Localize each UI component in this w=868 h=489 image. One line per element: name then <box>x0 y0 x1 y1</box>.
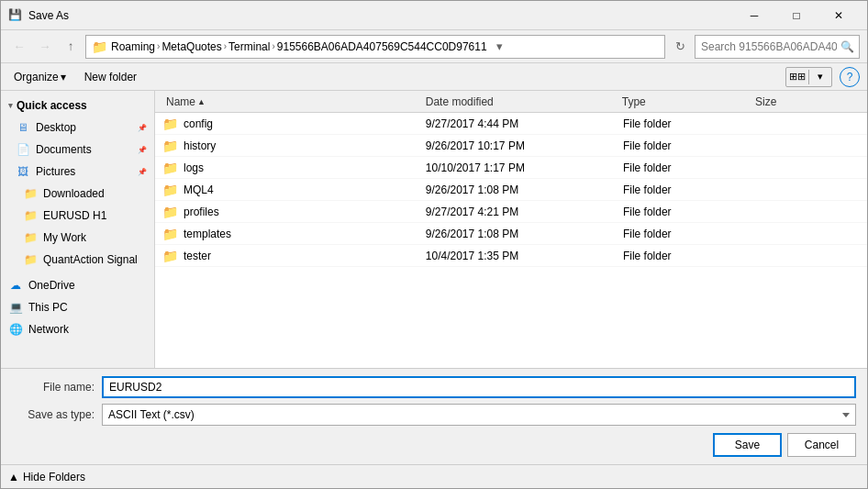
filename-input[interactable] <box>102 376 856 398</box>
sidebar-label-desktop: Desktop <box>36 121 76 134</box>
file-name-label: history <box>184 139 216 152</box>
cancel-button[interactable]: Cancel <box>787 433 856 457</box>
crumb-2[interactable]: MetaQuotes <box>161 40 221 53</box>
main-content: ▾ Quick access 🖥 Desktop 📌 📄 Documents 📌… <box>1 91 867 368</box>
file-date-cell: 9/27/2017 4:44 PM <box>426 117 623 130</box>
table-row[interactable]: 📁 templates 9/26/2017 1:08 PM File folde… <box>155 223 867 245</box>
organize-chevron-icon: ▾ <box>61 71 66 83</box>
folder-icon: 📁 <box>162 183 178 197</box>
sidebar-label-thispc: This PC <box>28 301 68 314</box>
table-row[interactable]: 📁 profiles 9/27/2017 4:21 PM File folder <box>155 201 867 223</box>
file-list-header: Name ▲ Date modified Type Size <box>155 91 867 113</box>
filetype-select[interactable]: ASCII Text (*.csv) <box>102 404 856 426</box>
table-row[interactable]: 📁 tester 10/4/2017 1:35 PM File folder <box>155 245 867 267</box>
hide-folders-label: Hide Folders <box>23 471 85 483</box>
documents-icon: 📄 <box>16 142 30 157</box>
minimize-button[interactable]: ─ <box>733 1 775 30</box>
back-button[interactable]: ← <box>8 36 30 58</box>
header-name[interactable]: Name ▲ <box>162 95 422 108</box>
filename-label: File name: <box>12 381 95 394</box>
quick-access-header[interactable]: ▾ Quick access <box>1 94 154 117</box>
file-name-label: templates <box>184 228 231 240</box>
new-folder-button[interactable]: New folder <box>79 67 142 87</box>
sidebar-label-mywork: My Work <box>43 231 86 244</box>
file-date-cell: 10/10/2017 1:17 PM <box>426 161 623 174</box>
file-type-cell: File folder <box>623 228 754 240</box>
sidebar-item-desktop[interactable]: 🖥 Desktop 📌 <box>1 117 154 139</box>
sort-arrow-icon: ▲ <box>197 97 206 106</box>
sidebar-item-downloaded[interactable]: 📁 Downloaded <box>1 183 154 205</box>
filename-row: File name: <box>12 376 856 398</box>
sep-3: › <box>272 41 274 51</box>
bottom-buttons: Save Cancel <box>12 433 856 457</box>
file-type-cell: File folder <box>623 206 754 218</box>
crumb-1[interactable]: Roaming <box>111 40 155 53</box>
file-name-cell: 📁 logs <box>162 161 426 175</box>
sidebar-item-documents[interactable]: 📄 Documents 📌 <box>1 139 154 161</box>
file-name-label: logs <box>184 161 204 174</box>
folder-icon: 📁 <box>162 227 178 241</box>
table-row[interactable]: 📁 config 9/27/2017 4:44 PM File folder <box>155 113 867 135</box>
view-dropdown-button[interactable]: ▾ <box>809 67 831 87</box>
save-as-dialog: 💾 Save As ─ □ ✕ ← → ↑ 📁 Roaming › MetaQu… <box>0 0 868 489</box>
hide-folders-bar: ▲ Hide Folders <box>1 464 867 488</box>
pin-icon-desktop: 📌 <box>138 124 147 132</box>
search-input[interactable] <box>695 35 860 59</box>
file-name-cell: 📁 profiles <box>162 205 426 219</box>
file-area: Name ▲ Date modified Type Size 📁 config <box>155 91 867 368</box>
crumb-3[interactable]: Terminal <box>228 40 270 53</box>
close-button[interactable]: ✕ <box>818 1 860 30</box>
sidebar-item-pictures[interactable]: 🖼 Pictures 📌 <box>1 161 154 183</box>
header-size[interactable]: Size <box>751 95 860 108</box>
eurusd-icon: 📁 <box>23 208 38 223</box>
sidebar-label-quantaction: QuantAction Signal <box>43 253 138 266</box>
organize-button[interactable]: Organize ▾ <box>8 67 72 87</box>
file-type-cell: File folder <box>623 139 754 152</box>
sidebar-label-downloaded: Downloaded <box>43 187 105 200</box>
table-row[interactable]: 📁 logs 10/10/2017 1:17 PM File folder <box>155 157 867 179</box>
sidebar-item-quantaction[interactable]: 📁 QuantAction Signal <box>1 249 154 271</box>
address-dropdown-button[interactable]: ▾ <box>491 36 509 58</box>
maximize-button[interactable]: □ <box>775 1 818 30</box>
file-name-cell: 📁 templates <box>162 227 426 241</box>
bottom-panel: File name: Save as type: ASCII Text (*.c… <box>1 368 867 464</box>
folder-icon: 📁 <box>162 205 178 219</box>
file-type-cell: File folder <box>623 183 754 196</box>
view-grid-button[interactable]: ⊞⊞ <box>786 67 808 87</box>
file-date-cell: 10/4/2017 1:35 PM <box>426 250 623 262</box>
hide-folders-button[interactable]: ▲ Hide Folders <box>8 471 85 483</box>
header-type[interactable]: Type <box>618 95 751 108</box>
refresh-button[interactable]: ↻ <box>669 35 691 59</box>
folder-icon: 📁 <box>92 39 107 54</box>
sidebar-item-network[interactable]: 🌐 Network <box>1 318 154 340</box>
file-name-label: profiles <box>184 206 219 218</box>
sep-1: › <box>157 41 160 51</box>
help-button[interactable]: ? <box>840 67 860 87</box>
save-button[interactable]: Save <box>713 433 782 457</box>
table-row[interactable]: 📁 MQL4 9/26/2017 1:08 PM File folder <box>155 179 867 201</box>
folder-icon: 📁 <box>162 161 178 175</box>
up-button[interactable]: ↑ <box>60 36 82 58</box>
file-type-cell: File folder <box>623 250 754 262</box>
breadcrumb: Roaming › MetaQuotes › Terminal › 915566… <box>111 40 487 53</box>
sidebar-label-network: Network <box>28 323 69 336</box>
file-list-body: 📁 config 9/27/2017 4:44 PM File folder 📁… <box>155 113 867 368</box>
quick-access-chevron-icon: ▾ <box>8 101 13 110</box>
secondary-toolbar: Organize ▾ New folder ⊞⊞ ▾ ? <box>1 63 867 91</box>
forward-button[interactable]: → <box>34 36 56 58</box>
sidebar-item-eurusd[interactable]: 📁 EURUSD H1 <box>1 205 154 227</box>
folder-icon: 📁 <box>162 117 178 131</box>
network-icon: 🌐 <box>8 322 23 337</box>
downloaded-icon: 📁 <box>23 186 38 201</box>
table-row[interactable]: 📁 history 9/26/2017 10:17 PM File folder <box>155 135 867 157</box>
file-name-cell: 📁 history <box>162 139 426 153</box>
sidebar-item-mywork[interactable]: 📁 My Work <box>1 227 154 249</box>
file-type-cell: File folder <box>623 161 754 174</box>
sidebar-item-thispc[interactable]: 💻 This PC <box>1 296 154 318</box>
crumb-4[interactable]: 915566BA06ADA407569C544CC0D97611 <box>277 40 487 53</box>
address-bar[interactable]: 📁 Roaming › MetaQuotes › Terminal › 9155… <box>85 35 665 59</box>
filetype-row: Save as type: ASCII Text (*.csv) <box>12 404 856 426</box>
quantaction-icon: 📁 <box>23 252 38 267</box>
header-date[interactable]: Date modified <box>422 95 618 108</box>
sidebar-item-onedrive[interactable]: ☁ OneDrive <box>1 274 154 296</box>
